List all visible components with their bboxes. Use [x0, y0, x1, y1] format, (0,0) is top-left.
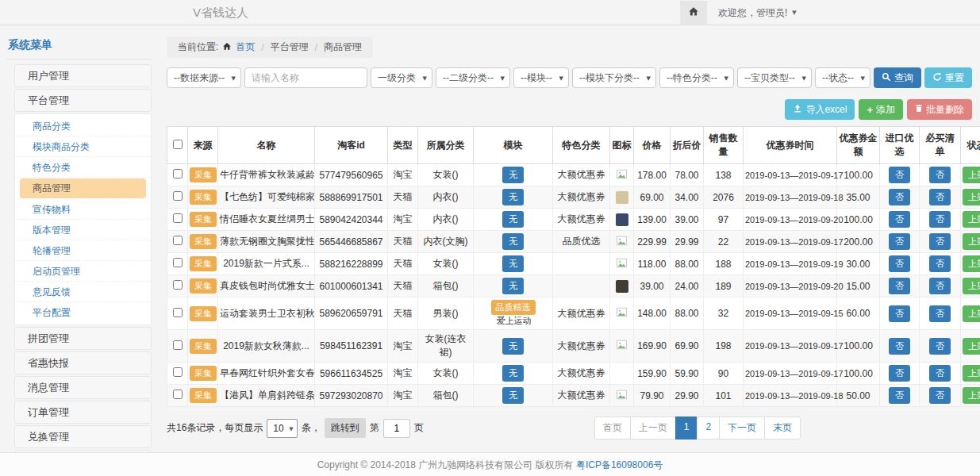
status-badge[interactable]: 上架 — [963, 365, 980, 382]
sidebar-item[interactable]: 宣传物料 — [15, 199, 151, 220]
status-badge[interactable]: 上架 — [963, 387, 980, 404]
page-button[interactable]: 下一页 — [719, 416, 765, 440]
must-buy-toggle[interactable]: 否 — [929, 338, 951, 355]
import-select-cell: 否 — [880, 298, 920, 330]
must-buy-toggle[interactable]: 否 — [929, 365, 951, 382]
row-checkbox[interactable] — [173, 191, 183, 201]
import-select-toggle[interactable]: 否 — [889, 278, 910, 294]
module-badge[interactable]: 品质精选 — [491, 300, 536, 315]
import-select-toggle[interactable]: 否 — [889, 167, 910, 183]
sidebar-group[interactable]: 拼团管理 — [14, 327, 152, 350]
import-select-toggle[interactable]: 否 — [889, 387, 910, 404]
import-select-toggle[interactable]: 否 — [889, 365, 910, 382]
reset-button[interactable]: 重置 — [924, 67, 972, 88]
sidebar: 系统菜单 用户管理平台管理商品分类模块商品分类特色分类商品管理宣传物料版本管理轮… — [6, 32, 152, 474]
search-button[interactable]: 查询 — [874, 67, 921, 88]
select-all-checkbox[interactable] — [173, 140, 183, 149]
sidebar-item[interactable]: 意见反馈 — [15, 282, 151, 302]
module-badge[interactable]: 无 — [502, 255, 524, 272]
sidebar-group[interactable]: 消息管理 — [14, 376, 152, 399]
row-checkbox[interactable] — [173, 213, 183, 223]
filter-select[interactable]: --宝贝类型--▼ — [737, 67, 812, 88]
row-checkbox[interactable] — [173, 236, 183, 245]
import-select-toggle[interactable]: 否 — [889, 255, 910, 272]
must-buy-toggle[interactable]: 否 — [929, 211, 951, 228]
name-search-input[interactable] — [244, 67, 367, 88]
module-badge[interactable]: 无 — [502, 387, 524, 404]
filter-select[interactable]: --二级分类--▼ — [436, 67, 510, 88]
filter-select[interactable]: --模块下分类--▼ — [572, 67, 656, 88]
status-badge[interactable]: 上架 — [963, 255, 980, 272]
status-badge[interactable]: 上架 — [963, 278, 980, 294]
add-button[interactable]: + 添加 — [859, 99, 903, 120]
row-checkbox[interactable] — [173, 169, 183, 178]
row-checkbox[interactable] — [173, 340, 183, 350]
column-header: 特色分类 — [553, 127, 610, 164]
sidebar-item[interactable]: 版本管理 — [15, 220, 151, 240]
pagination-pages: 首页上一页12下一页末页 — [594, 416, 801, 440]
sidebar-item[interactable]: 商品管理 — [20, 178, 146, 198]
status-badge[interactable]: 上架 — [963, 305, 980, 322]
filter-select[interactable]: --模块--▼ — [513, 67, 569, 88]
module-badge[interactable]: 无 — [502, 167, 524, 183]
row-checkbox[interactable] — [173, 390, 183, 399]
must-buy-toggle[interactable]: 否 — [929, 189, 951, 205]
sidebar-group[interactable]: 平台管理 — [14, 89, 152, 112]
home-button[interactable] — [680, 1, 707, 25]
must-buy-toggle[interactable]: 否 — [929, 255, 951, 272]
icp-link[interactable]: 粤ICP备16098006号 — [576, 459, 663, 470]
import-select-toggle[interactable]: 否 — [889, 233, 910, 250]
import-select-toggle[interactable]: 否 — [889, 189, 910, 205]
must-buy-toggle[interactable]: 否 — [929, 167, 951, 183]
row-checkbox[interactable] — [173, 367, 183, 377]
sidebar-item[interactable]: 启动页管理 — [15, 261, 151, 282]
must-buy-toggle[interactable]: 否 — [929, 387, 951, 404]
sidebar-group[interactable]: 订单管理 — [14, 401, 152, 424]
page-button[interactable]: 1 — [675, 416, 698, 440]
filter-select[interactable]: 一级分类▼ — [371, 67, 432, 88]
row-checkbox[interactable] — [173, 258, 183, 267]
discount-price-cell: 29.90 — [671, 385, 704, 407]
page-button[interactable]: 末页 — [764, 416, 801, 440]
status-badge[interactable]: 上架 — [963, 167, 980, 183]
sidebar-group[interactable]: 省惠快报 — [14, 351, 152, 374]
import-excel-button[interactable]: 导入excel — [785, 99, 855, 120]
must-buy-toggle[interactable]: 否 — [929, 305, 951, 322]
import-select-toggle[interactable]: 否 — [889, 305, 910, 322]
page-button[interactable]: 2 — [697, 416, 720, 440]
module-badge[interactable]: 无 — [502, 211, 524, 228]
batch-delete-button[interactable]: 批量删除 — [907, 99, 972, 120]
filter-select[interactable]: --数据来源--▼ — [167, 67, 241, 88]
jump-button[interactable]: 跳转到 — [325, 418, 366, 438]
sidebar-item[interactable]: 商品分类 — [15, 116, 151, 136]
row-checkbox[interactable] — [173, 308, 183, 317]
status-badge[interactable]: 上架 — [963, 211, 980, 228]
sidebar-item[interactable]: 平台配置 — [15, 302, 151, 323]
sidebar-group[interactable]: 兑换管理 — [14, 425, 152, 448]
must-buy-toggle[interactable]: 否 — [929, 233, 951, 250]
filter-select[interactable]: --特色分类--▼ — [659, 67, 734, 88]
jump-page-input[interactable] — [383, 419, 410, 438]
module-badge[interactable]: 无 — [502, 338, 524, 355]
sidebar-item[interactable]: 模块商品分类 — [15, 136, 151, 157]
module-badge[interactable]: 无 — [502, 365, 524, 382]
status-badge[interactable]: 上架 — [963, 338, 980, 355]
import-select-toggle[interactable]: 否 — [889, 211, 910, 228]
sidebar-item[interactable]: 特色分类 — [15, 157, 151, 178]
user-menu[interactable]: 欢迎您，管理员! ▼ — [707, 6, 808, 20]
row-checkbox[interactable] — [173, 280, 183, 290]
module-badge[interactable]: 无 — [502, 189, 524, 205]
sidebar-group[interactable]: 用户管理 — [14, 64, 152, 87]
breadcrumb-home-link[interactable]: 首页 — [236, 40, 255, 54]
module-badge[interactable]: 无 — [502, 278, 524, 294]
status-badge[interactable]: 上架 — [963, 189, 980, 205]
filter-select[interactable]: --状态--▼ — [815, 67, 870, 88]
must-buy-toggle[interactable]: 否 — [929, 278, 951, 294]
per-page-select[interactable]: 10 ▼ — [267, 419, 297, 438]
sidebar-item[interactable]: 轮播管理 — [15, 240, 151, 261]
category-cell: 男装() — [418, 298, 474, 330]
status-badge[interactable]: 上架 — [963, 233, 980, 250]
import-select-toggle[interactable]: 否 — [889, 338, 910, 355]
app-title: V省钱达人 — [193, 6, 248, 21]
module-badge[interactable]: 无 — [502, 233, 524, 250]
